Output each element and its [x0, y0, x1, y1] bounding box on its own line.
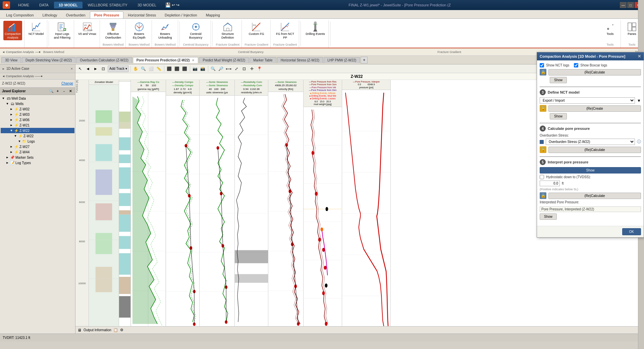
- expand-log-types[interactable]: ►: [5, 161, 9, 164]
- expand-marker-sets[interactable]: ►: [5, 156, 9, 159]
- nav-tab-home[interactable]: HOME: [13, 2, 34, 8]
- view-3d[interactable]: ⬛: [181, 65, 188, 72]
- explorer-close-btn[interactable]: ✕: [68, 89, 73, 94]
- add-tab-button[interactable]: +: [361, 57, 368, 63]
- calc-pp-lock-icon[interactable]: 🔓: [540, 146, 546, 153]
- dialog-close-button[interactable]: ✕: [638, 54, 641, 59]
- tab-log-composition[interactable]: Log Composition: [2, 11, 38, 18]
- tab-horizontal-stress[interactable]: Horizontal Stress (Z-W22): [277, 57, 323, 63]
- explorer-search-btn[interactable]: 🔍: [49, 89, 54, 94]
- input-logs-button[interactable]: Input Logsand Filtering: [52, 21, 72, 40]
- tree-item-wells[interactable]: ▼ 🗂 Wells: [1, 101, 74, 106]
- expand-wells[interactable]: ▼: [5, 102, 9, 105]
- tree-item-zw03[interactable]: ► ⚡ Z-W03: [1, 112, 74, 117]
- tab-depth-stretching[interactable]: Depth Stretching View (Z-W22): [22, 57, 75, 63]
- expand-zw02[interactable]: ►: [9, 107, 13, 111]
- custom-fg-button[interactable]: FG Custom FG: [247, 21, 265, 37]
- tree-item-zw44[interactable]: ► ⚡ Z-W44: [1, 149, 74, 155]
- interpret-recalculate-button[interactable]: (Re)Calculate: [548, 193, 641, 199]
- change-well-button[interactable]: Change: [61, 82, 73, 85]
- explorer-collapse-btn[interactable]: -: [61, 89, 67, 94]
- location-pin[interactable]: 📍: [256, 65, 263, 72]
- expand-zw03[interactable]: ►: [9, 113, 13, 116]
- crosshair[interactable]: ✛: [249, 65, 255, 72]
- overburden-stress-select[interactable]: Overburden Stress (Z-W22): [546, 139, 635, 145]
- tab-depletion[interactable]: Depletion / Injection: [160, 11, 202, 18]
- effective-overburden-button[interactable]: EffectiveOverburden: [104, 21, 122, 40]
- explorer-expand-btn[interactable]: +: [55, 89, 60, 94]
- tab-marker-table[interactable]: Marker Table: [250, 57, 276, 63]
- zoom-in[interactable]: 🔍: [210, 65, 217, 72]
- nav-tab-3d-model[interactable]: 3D MODEL: [133, 2, 161, 8]
- save-icon[interactable]: 💾: [165, 2, 171, 8]
- nav-next[interactable]: ►: [92, 65, 99, 72]
- split-v[interactable]: ⬛: [166, 65, 173, 72]
- tree-item-zw22-sub[interactable]: ▼ ⚡ Z-W22: [1, 133, 74, 139]
- tree-item-zw02[interactable]: ► ⚡ Z-W02: [1, 106, 74, 112]
- tab-pore-pressure-close[interactable]: ✕: [192, 59, 195, 62]
- drilling-events-button[interactable]: Drilling Events: [304, 21, 326, 37]
- fit-width[interactable]: ⟷: [225, 65, 232, 72]
- measure-tool[interactable]: 📏: [156, 65, 162, 72]
- interpret-lock-icon[interactable]: 🔒: [540, 192, 546, 199]
- tab-pore-pressure[interactable]: Pore Pressure: [90, 11, 124, 18]
- export-import-select[interactable]: Export / Import: [540, 97, 635, 104]
- zoom-rect[interactable]: ⊡: [241, 65, 248, 72]
- tab-mapping[interactable]: Mapping: [202, 11, 224, 18]
- calc-pp-recalculate-button[interactable]: (Re)Calculate: [548, 147, 641, 153]
- select-rect[interactable]: ⬜: [148, 65, 155, 72]
- tree-item-zw22[interactable]: ▼ ⚡ Z-W22: [1, 128, 74, 133]
- define-nct-show-button[interactable]: Show: [550, 113, 567, 119]
- bowers-unloading-button[interactable]: BowersUnloading: [157, 21, 173, 40]
- tab-lithology[interactable]: Lithology: [38, 11, 62, 18]
- nav-tab-data[interactable]: DATA: [35, 2, 53, 8]
- structure-definition-button[interactable]: StructureDefinition: [219, 21, 236, 40]
- nct-recalculate-button[interactable]: (Re)Calculate: [548, 69, 641, 76]
- nav-tab-1d-model[interactable]: 1D MODEL: [54, 2, 83, 8]
- minimize-button[interactable]: —: [620, 2, 627, 8]
- zoom-tool[interactable]: 🔍: [140, 65, 147, 72]
- nct-model-button[interactable]: NCT Model: [27, 21, 45, 37]
- dialog-ok-button[interactable]: OK: [622, 228, 641, 235]
- expand-zw44[interactable]: ►: [9, 150, 13, 154]
- pan-tool[interactable]: ✋: [132, 65, 139, 72]
- tab-predict-mud[interactable]: Predict Mud Weight (Z-W22): [199, 57, 249, 63]
- interpret-show-button[interactable]: Show: [540, 167, 641, 173]
- centroid-button[interactable]: CentroidBuoyancy: [187, 21, 204, 40]
- recreate-button[interactable]: (Re)Create: [548, 105, 641, 112]
- output-settings-icon[interactable]: ⚙: [120, 328, 123, 332]
- nct-lock-icon[interactable]: 🔒: [540, 69, 546, 76]
- recreate-lock-icon[interactable]: 🔓: [540, 105, 546, 112]
- split-h[interactable]: ⬛: [174, 65, 180, 72]
- tools-button[interactable]: Tools: [602, 21, 619, 37]
- fit-all[interactable]: ⤢: [233, 65, 240, 72]
- tree-item-well-data[interactable]: ▼ 🗃 Well Data: [1, 96, 74, 101]
- nct-show-button[interactable]: Show: [550, 77, 567, 83]
- select-tool[interactable]: ↖: [77, 65, 84, 72]
- show-boxcar-checkbox[interactable]: [574, 63, 578, 67]
- tab-pore-pressure[interactable]: Pore Pressure Prediction (Z-W22) ✕: [133, 57, 199, 63]
- expand-zw27[interactable]: ►: [9, 145, 13, 148]
- tab-lhp-pmw[interactable]: LHP PMW (Z-W22): [324, 57, 360, 63]
- overburden-info-icon[interactable]: ⓘ: [637, 139, 641, 145]
- tree-item-logs[interactable]: ▼ 📁 Logs: [1, 139, 74, 144]
- undo-icon[interactable]: ↩: [172, 3, 175, 7]
- expand-zw22-sub[interactable]: ▼: [13, 134, 17, 138]
- interpret-show-button2[interactable]: Show: [540, 213, 557, 220]
- hydrostatic-value-input[interactable]: [540, 181, 560, 186]
- bowers-eq-button[interactable]: BowersEq Depth: [131, 21, 148, 40]
- compaction-analysis-button[interactable]: CompactionAnalysis: [3, 21, 22, 40]
- expand-zw21[interactable]: ►: [9, 123, 13, 127]
- tab-3d-view[interactable]: 3D View: [1, 57, 21, 63]
- tab-overburden[interactable]: Overburden: [62, 11, 90, 18]
- add-track[interactable]: Add Track ▾: [108, 65, 129, 72]
- nav-tab-wellbore[interactable]: WELLBORE STABILITY: [83, 2, 132, 8]
- tab-horizontal-stress[interactable]: Horizontal Stress: [123, 11, 160, 18]
- expand-well-data[interactable]: ▼: [1, 97, 5, 100]
- tree-item-log-types[interactable]: ► 📝 Log Types: [1, 160, 74, 165]
- tab-overburden-calc[interactable]: Overburden Calculation (Z-W22): [76, 57, 132, 63]
- tree-item-marker-sets[interactable]: ► 📌 Marker Sets: [1, 155, 74, 160]
- nav-prev[interactable]: ◄: [85, 65, 91, 72]
- expand-zw22[interactable]: ▼: [9, 129, 13, 132]
- expand-zw06[interactable]: ►: [9, 118, 13, 121]
